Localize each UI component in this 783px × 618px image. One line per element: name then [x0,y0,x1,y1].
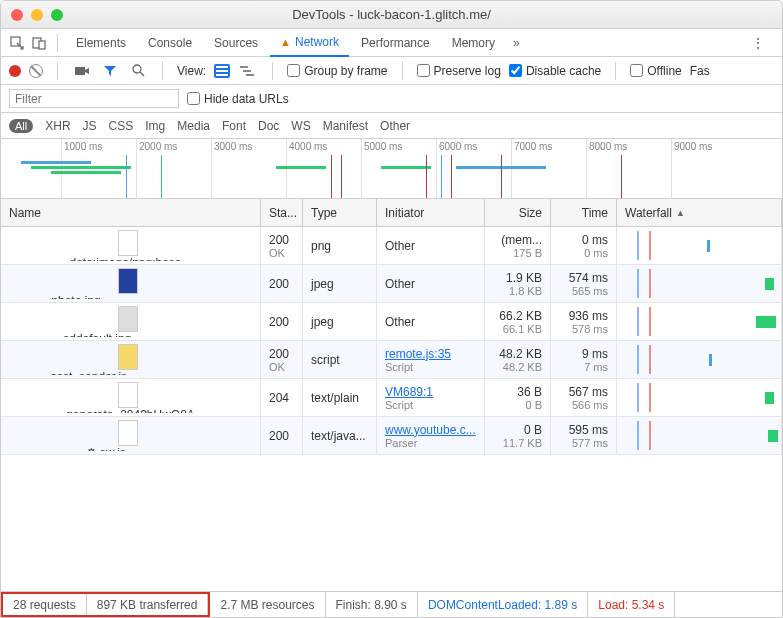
disable-cache-checkbox[interactable]: Disable cache [509,64,601,78]
status-resources: 2.7 MB resources [210,592,325,617]
svg-rect-8 [246,74,254,76]
header-name[interactable]: Name [1,199,261,226]
header-time[interactable]: Time [551,199,617,226]
throttling-label[interactable]: Fas [690,64,710,78]
status-transferred: 897 KB transferred [87,594,209,615]
gear-icon: ⚙ [86,446,97,451]
status-domcontentloaded: DOMContentLoaded: 1.89 s [418,592,588,617]
camera-icon[interactable] [72,61,92,81]
filter-all[interactable]: All [9,119,33,133]
titlebar: DevTools - luck-bacon-1.glitch.me/ [1,1,782,29]
tab-console[interactable]: Console [138,29,202,57]
preserve-log-checkbox[interactable]: Preserve log [417,64,501,78]
resource-thumb [118,420,138,446]
type-filter-bar: All XHR JS CSS Img Media Font Doc WS Man… [1,113,782,139]
group-by-frame-checkbox[interactable]: Group by frame [287,64,387,78]
settings-menu-icon[interactable]: ⋮ [741,35,776,51]
initiator-link[interactable]: www.youtube.c... [385,423,476,437]
filter-font[interactable]: Font [222,119,246,133]
filter-input[interactable] [9,89,179,108]
request-list: data:image/png;base... 200OK png Other (… [1,227,782,591]
panel-tabs: Elements Console Sources ▲Network Perfor… [1,29,782,57]
window-title: DevTools - luck-bacon-1.glitch.me/ [1,7,782,22]
initiator-link[interactable]: VM689:1 [385,385,433,399]
record-icon[interactable] [9,65,21,77]
resource-name: photo.jpg [51,294,209,299]
filter-doc[interactable]: Doc [258,119,279,133]
header-status[interactable]: Sta... [261,199,303,226]
resource-thumb [118,268,138,294]
warning-icon: ▲ [280,36,291,48]
status-bar: 28 requests 897 KB transferred 2.7 MB re… [1,591,782,617]
table-row[interactable]: photo.jpgyt3.ggpht.com/-vu_v-hJT-3Q/A...… [1,265,782,303]
header-initiator[interactable]: Initiator [377,199,485,226]
offline-checkbox[interactable]: Offline [630,64,681,78]
status-requests: 28 requests [3,594,87,615]
table-row[interactable]: ⚙sw.jswww.youtube.com 200 text/java... w… [1,417,782,455]
header-type[interactable]: Type [303,199,377,226]
sort-icon: ▲ [676,208,685,218]
tab-memory[interactable]: Memory [442,29,505,57]
svg-rect-2 [39,41,45,49]
resource-name: cast_sender.js [50,370,210,375]
initiator-link[interactable]: remote.js:35 [385,347,451,361]
resource-thumb [118,344,138,370]
filter-ws[interactable]: WS [291,119,310,133]
devtools-window: DevTools - luck-bacon-1.glitch.me/ Eleme… [0,0,783,618]
large-rows-icon[interactable] [214,64,230,78]
filter-css[interactable]: CSS [109,119,134,133]
svg-point-4 [133,65,141,73]
table-row[interactable]: sddefault.jpgi.ytimg.com/vi/6lfaiXM6waw … [1,303,782,341]
tab-elements[interactable]: Elements [66,29,136,57]
tab-performance[interactable]: Performance [351,29,440,57]
status-finish: Finish: 8.90 s [326,592,418,617]
table-row[interactable]: cast_sender.jspkedcjkdefgpdelpbcmbmeomcj… [1,341,782,379]
table-row[interactable]: data:image/png;base... 200OK png Other (… [1,227,782,265]
network-toolbar: View: Group by frame Preserve log Disabl… [1,57,782,85]
resource-name: generate_204?bHwO8A [66,408,195,413]
resource-thumb [118,306,138,332]
overview-timeline[interactable]: 1000 ms 2000 ms 3000 ms 4000 ms 5000 ms … [1,139,782,199]
column-headers: Name Sta... Type Initiator Size Time Wat… [1,199,782,227]
filter-js[interactable]: JS [83,119,97,133]
header-waterfall[interactable]: Waterfall▲ [617,199,782,226]
filter-icon[interactable] [100,61,120,81]
resource-name: ⚙sw.js [86,446,175,451]
resource-name: sddefault.jpg [63,332,197,337]
table-row[interactable]: generate_204?bHwO8A 204 text/plain VM689… [1,379,782,417]
svg-rect-7 [243,70,251,72]
hide-data-urls-checkbox[interactable]: Hide data URLs [187,92,289,106]
highlighted-summary: 28 requests 897 KB transferred [1,592,210,617]
status-load: Load: 5.34 s [588,592,675,617]
filter-other[interactable]: Other [380,119,410,133]
filter-media[interactable]: Media [177,119,210,133]
filter-toolbar: Hide data URLs [1,85,782,113]
tab-sources[interactable]: Sources [204,29,268,57]
filter-img[interactable]: Img [145,119,165,133]
svg-line-5 [140,72,144,76]
device-icon[interactable] [29,33,49,53]
filter-manifest[interactable]: Manifest [323,119,368,133]
clear-icon[interactable] [29,64,43,78]
resource-thumb [118,382,138,408]
inspect-icon[interactable] [7,33,27,53]
resource-name: data:image/png;base... [69,256,191,261]
more-tabs[interactable]: » [507,36,526,50]
search-icon[interactable] [128,61,148,81]
tab-network[interactable]: ▲Network [270,29,349,57]
resource-thumb [118,230,138,256]
filter-xhr[interactable]: XHR [45,119,70,133]
svg-rect-3 [75,67,85,75]
view-label: View: [177,64,206,78]
waterfall-view-icon[interactable] [238,61,258,81]
svg-rect-6 [240,66,248,68]
header-size[interactable]: Size [485,199,551,226]
